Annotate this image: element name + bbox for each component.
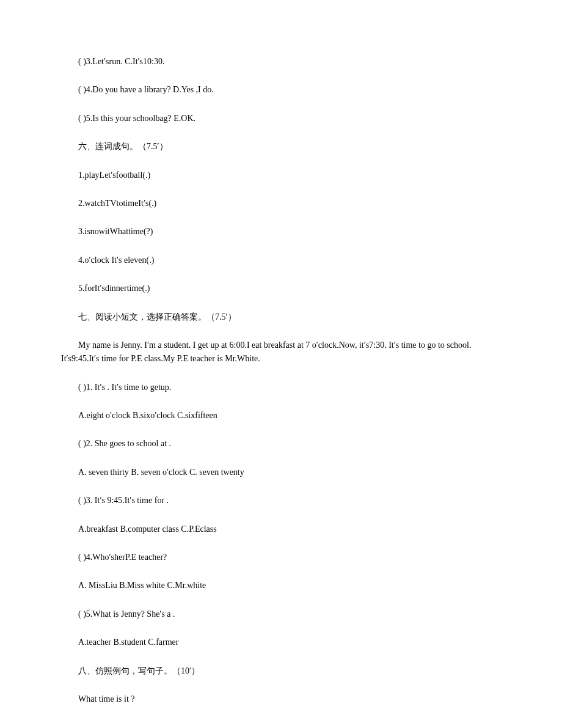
section-6-q1: 1.playLet′sfootball(.) — [61, 169, 501, 182]
matching-q4: ( )4.Do you have a library? D.Yes ,I do. — [61, 83, 501, 97]
section-6-q5: 5.forIt′sdinnertime(.) — [61, 282, 501, 295]
section-7-q4-options: A. MissLiu B.Miss white C.Mr.white — [61, 579, 501, 592]
document-page: ( )3.Let′srun. C.It′s10:30. ( )4.Do you … — [0, 0, 562, 728]
section-7-q5-options: A.teacher B.student C.farmer — [61, 636, 501, 649]
section-7-q2: ( )2. She goes to school at . — [61, 437, 501, 450]
section-7-q4: ( )4.Who′sherP.E teacher? — [61, 551, 501, 564]
section-8-heading: 八、仿照例句，写句子。（10′） — [61, 664, 501, 678]
section-7-q1-options: A.eight o′clock B.sixo′clock C.sixfiftee… — [61, 409, 501, 422]
section-6-q4: 4.o′clock It′s eleven(.) — [61, 254, 501, 267]
section-8-example: What time is it ? — [61, 693, 501, 706]
matching-q5: ( )5.Is this your schoolbag? E.OK. — [61, 112, 501, 125]
section-6-q3: 3.isnowitWhattime(?) — [61, 225, 501, 238]
section-7-q3: ( )3. It′s 9:45.It′s time for . — [61, 494, 501, 507]
section-6-q2: 2.watchTVtotimeIt′s(.) — [61, 197, 501, 210]
section-7-q2-options: A. seven thirty B. seven o′clock C. seve… — [61, 466, 501, 479]
section-7-q5: ( )5.What is Jenny? She′s a . — [61, 608, 501, 621]
section-6-heading: 六、连词成句。（7.5′） — [61, 140, 501, 153]
reading-passage: My name is Jenny. I′m a student. I get u… — [61, 339, 501, 366]
matching-q3: ( )3.Let′srun. C.It′s10:30. — [61, 55, 501, 68]
section-7-q3-options: A.breakfast B.computer class C.P.Eclass — [61, 523, 501, 536]
section-7-q1: ( )1. It′s . It′s time to getup. — [61, 381, 501, 394]
section-7-heading: 七、阅读小短文，选择正确答案。（7.5′） — [61, 311, 501, 324]
